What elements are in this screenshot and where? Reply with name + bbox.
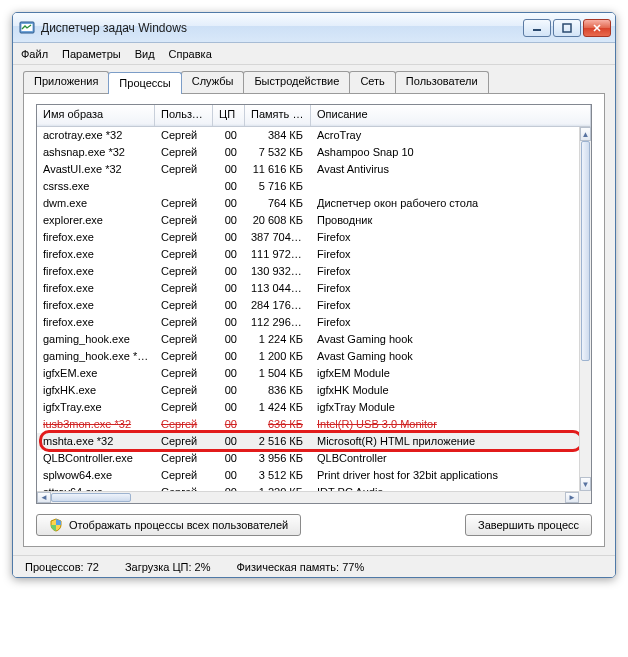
table-row[interactable]: mshta.exe *32Сергей002 516 КБMicrosoft(R…	[37, 433, 579, 450]
tab-services[interactable]: Службы	[181, 71, 245, 93]
col-cpu[interactable]: ЦП	[213, 105, 245, 126]
scroll-up-arrow-icon[interactable]: ▲	[580, 127, 591, 141]
cell-description: Firefox	[311, 246, 579, 263]
cell-cpu: 00	[213, 297, 245, 314]
cell-image-name: iusb3mon.exe *32	[37, 416, 155, 433]
cell-memory: 836 КБ	[245, 382, 311, 399]
show-all-users-button[interactable]: Отображать процессы всех пользователей	[36, 514, 301, 536]
hscroll-thumb[interactable]	[51, 493, 131, 502]
cell-user: Сергей	[155, 365, 213, 382]
table-row[interactable]: csrss.exe005 716 КБ	[37, 178, 579, 195]
cell-image-name: firefox.exe	[37, 246, 155, 263]
end-process-label: Завершить процесс	[478, 519, 579, 531]
vscroll-thumb[interactable]	[581, 141, 590, 361]
tab-performance[interactable]: Быстродействие	[243, 71, 350, 93]
table-row[interactable]: gaming_hook.exe *32Сергей001 200 КБAvast…	[37, 348, 579, 365]
cell-image-name: dwm.exe	[37, 195, 155, 212]
end-process-button[interactable]: Завершить процесс	[465, 514, 592, 536]
table-row[interactable]: igfxEM.exeСергей001 504 КБigfxEM Module	[37, 365, 579, 382]
table-row[interactable]: igfxTray.exeСергей001 424 КБigfxTray Mod…	[37, 399, 579, 416]
menubar: Файл Параметры Вид Справка	[13, 43, 615, 65]
close-button[interactable]	[583, 19, 611, 37]
scroll-right-arrow-icon[interactable]: ►	[565, 492, 579, 503]
cell-image-name: igfxTray.exe	[37, 399, 155, 416]
cell-cpu: 00	[213, 450, 245, 467]
minimize-button[interactable]	[523, 19, 551, 37]
scroll-left-arrow-icon[interactable]: ◄	[37, 492, 51, 503]
cell-image-name: ashsnap.exe *32	[37, 144, 155, 161]
cell-image-name: AvastUI.exe *32	[37, 161, 155, 178]
table-row[interactable]: splwow64.exeСергей003 512 КБPrint driver…	[37, 467, 579, 484]
cell-description: igfxEM Module	[311, 365, 579, 382]
cell-cpu: 00	[213, 246, 245, 263]
cell-user: Сергей	[155, 297, 213, 314]
cell-memory: 1 200 КБ	[245, 348, 311, 365]
scroll-down-arrow-icon[interactable]: ▼	[580, 477, 591, 491]
cell-cpu: 00	[213, 161, 245, 178]
menu-file[interactable]: Файл	[21, 48, 48, 60]
table-row[interactable]: explorer.exeСергей0020 608 КБПроводник	[37, 212, 579, 229]
horizontal-scrollbar[interactable]: ◄ ►	[37, 491, 579, 503]
table-row[interactable]: firefox.exeСергей00387 704 КБFirefox	[37, 229, 579, 246]
table-row[interactable]: firefox.exeСергей00112 296 КБFirefox	[37, 314, 579, 331]
table-row[interactable]: iusb3mon.exe *32Сергей00636 КБIntel(R) U…	[37, 416, 579, 433]
table-row[interactable]: AvastUI.exe *32Сергей0011 616 КБAvast An…	[37, 161, 579, 178]
cell-memory: 764 КБ	[245, 195, 311, 212]
tab-applications[interactable]: Приложения	[23, 71, 109, 93]
menu-help[interactable]: Справка	[169, 48, 212, 60]
col-image-name[interactable]: Имя образа	[37, 105, 155, 126]
cell-cpu: 00	[213, 399, 245, 416]
cell-memory: 3 512 КБ	[245, 467, 311, 484]
table-row[interactable]: firefox.exeСергей00284 176 КБFirefox	[37, 297, 579, 314]
cell-user: Сергей	[155, 416, 213, 433]
table-row[interactable]: acrotray.exe *32Сергей00384 КБAcroTray	[37, 127, 579, 144]
table-row[interactable]: dwm.exeСергей00764 КБДиспетчер окон рабо…	[37, 195, 579, 212]
table-row[interactable]: firefox.exeСергей00113 044 КБFirefox	[37, 280, 579, 297]
cell-memory: 11 616 КБ	[245, 161, 311, 178]
tabs: Приложения Процессы Службы Быстродействи…	[13, 65, 615, 93]
cell-image-name: gaming_hook.exe	[37, 331, 155, 348]
cell-user: Сергей	[155, 348, 213, 365]
table-row[interactable]: firefox.exeСергей00130 932 КБFirefox	[37, 263, 579, 280]
maximize-button[interactable]	[553, 19, 581, 37]
table-row[interactable]: igfxHK.exeСергей00836 КБigfxHK Module	[37, 382, 579, 399]
table-row[interactable]: QLBController.exeСергей003 956 КБQLBCont…	[37, 450, 579, 467]
svg-rect-3	[563, 24, 571, 32]
col-description[interactable]: Описание	[311, 105, 591, 126]
cell-memory: 113 044 КБ	[245, 280, 311, 297]
table-row[interactable]: ashsnap.exe *32Сергей007 532 КБAshampoo …	[37, 144, 579, 161]
cell-cpu: 00	[213, 433, 245, 450]
col-user[interactable]: Пользо...	[155, 105, 213, 126]
column-headers[interactable]: Имя образа Пользо... ЦП Память (... Опис…	[37, 105, 591, 127]
cell-cpu: 00	[213, 382, 245, 399]
cell-description: AcroTray	[311, 127, 579, 144]
cell-memory: 1 424 КБ	[245, 399, 311, 416]
col-memory[interactable]: Память (...	[245, 105, 311, 126]
tab-users[interactable]: Пользователи	[395, 71, 489, 93]
cell-image-name: igfxEM.exe	[37, 365, 155, 382]
cell-user: Сергей	[155, 467, 213, 484]
cell-cpu: 00	[213, 348, 245, 365]
cell-image-name: firefox.exe	[37, 263, 155, 280]
cell-memory: 7 532 КБ	[245, 144, 311, 161]
vertical-scrollbar[interactable]: ▲ ▼	[579, 127, 591, 491]
tab-network[interactable]: Сеть	[349, 71, 395, 93]
statusbar: Процессов: 72 Загрузка ЦП: 2% Физическая…	[13, 555, 615, 577]
tab-processes[interactable]: Процессы	[108, 72, 181, 94]
cell-cpu: 00	[213, 280, 245, 297]
titlebar[interactable]: Диспетчер задач Windows	[13, 13, 615, 43]
table-row[interactable]: firefox.exeСергей00111 972 КБFirefox	[37, 246, 579, 263]
table-row[interactable]: sttray64.exeСергей001 220 КБIDT PC Audio	[37, 484, 579, 491]
cell-memory: 5 716 КБ	[245, 178, 311, 195]
cell-memory: 387 704 КБ	[245, 229, 311, 246]
menu-options[interactable]: Параметры	[62, 48, 121, 60]
cell-description: igfxHK Module	[311, 382, 579, 399]
cell-user: Сергей	[155, 399, 213, 416]
cell-memory: 284 176 КБ	[245, 297, 311, 314]
cell-user: Сергей	[155, 382, 213, 399]
process-list[interactable]: Имя образа Пользо... ЦП Память (... Опис…	[36, 104, 592, 504]
table-row[interactable]: gaming_hook.exeСергей001 224 КБAvast Gam…	[37, 331, 579, 348]
cell-memory: 1 220 КБ	[245, 484, 311, 491]
menu-view[interactable]: Вид	[135, 48, 155, 60]
cell-cpu: 00	[213, 484, 245, 491]
